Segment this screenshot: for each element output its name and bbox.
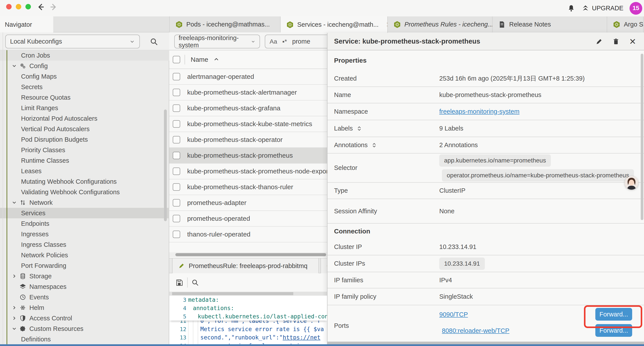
row-checkbox[interactable] bbox=[173, 168, 180, 175]
select-all-checkbox[interactable] bbox=[173, 56, 180, 63]
sidebar-item-events[interactable]: Events bbox=[0, 292, 169, 303]
sidebar-item-endpoints[interactable]: Endpoints bbox=[0, 218, 169, 229]
close-window-button[interactable] bbox=[6, 4, 12, 9]
horizontal-scrollbar-thumb[interactable] bbox=[175, 253, 326, 256]
horizontal-scrollbar[interactable] bbox=[169, 252, 327, 257]
sidebar-item-config-maps[interactable]: Config Maps bbox=[0, 71, 169, 82]
tab-prometheus-rules-icecheng[interactable]: Prometheus Rules - icecheng... bbox=[388, 16, 492, 32]
sidebar-item-validating-webhook-configurations[interactable]: Validating Webhook Configurations bbox=[0, 187, 169, 197]
sidebar-item-namespaces[interactable]: Namespaces bbox=[0, 281, 169, 292]
row-checkbox[interactable] bbox=[173, 215, 180, 222]
table-row[interactable]: kube-prometheus-stack-kube-state-metrics bbox=[169, 116, 327, 132]
editor-overview-strip[interactable] bbox=[169, 292, 327, 296]
kubeconfig-select[interactable]: Local Kubeconfigs bbox=[5, 34, 140, 48]
notification-badge[interactable]: 15 bbox=[630, 2, 642, 15]
sort-updown-icon[interactable] bbox=[371, 142, 377, 148]
yaml-editor[interactable]: 3metadata:4annotations:5kubectl.kubernet… bbox=[169, 296, 327, 344]
table-row[interactable]: prometheus-adapter bbox=[169, 195, 327, 211]
sidebar-item-helm[interactable]: Helm bbox=[0, 303, 169, 313]
namespace-link[interactable]: freeleaps-monitoring-system bbox=[439, 108, 520, 115]
table-row[interactable]: alertmanager-operated bbox=[169, 69, 327, 85]
chevron-right-icon[interactable] bbox=[10, 305, 18, 311]
chevron-down-icon[interactable] bbox=[10, 200, 18, 205]
sidebar-item-port-forwarding[interactable]: Port Forwarding bbox=[0, 260, 169, 271]
panel-scrollbar[interactable] bbox=[641, 54, 643, 220]
sidebar-item-definitions[interactable]: Definitions bbox=[0, 334, 169, 344]
sort-updown-icon[interactable] bbox=[356, 125, 362, 132]
chevron-right-icon[interactable] bbox=[10, 315, 18, 321]
edit-icon[interactable] bbox=[595, 38, 603, 45]
table-row[interactable]: thanos-ruler-operated bbox=[169, 227, 327, 242]
save-icon[interactable] bbox=[175, 279, 183, 287]
sidebar-item-storage[interactable]: Storage bbox=[0, 271, 169, 281]
editor-tab-next[interactable] bbox=[320, 258, 327, 273]
tab-navigator[interactable]: Navigator bbox=[0, 16, 53, 33]
code-link[interactable]: https://net bbox=[283, 334, 320, 341]
editor-overview-thumb[interactable] bbox=[172, 292, 293, 295]
back-icon[interactable] bbox=[36, 3, 45, 11]
sidebar-item-access-control[interactable]: Access Control bbox=[0, 313, 169, 324]
sidebar-item-limit-ranges[interactable]: Limit Ranges bbox=[0, 103, 169, 113]
sidebar-item-leases[interactable]: Leases bbox=[0, 166, 169, 176]
sidebar-item-resource-quotas[interactable]: Resource Quotas bbox=[0, 92, 169, 103]
sidebar-item-vertical-pod-autoscalers[interactable]: Vertical Pod Autoscalers bbox=[0, 124, 169, 134]
name-column-header[interactable]: Name bbox=[191, 56, 208, 63]
table-row[interactable]: kube-prometheus-stack-prometheus bbox=[169, 148, 327, 164]
editor-search-icon[interactable] bbox=[191, 279, 199, 287]
delete-icon[interactable] bbox=[612, 38, 620, 45]
sidebar-scrollbar[interactable] bbox=[164, 109, 167, 221]
upgrade-button[interactable]: UPGRADE bbox=[582, 4, 624, 12]
avatar[interactable] bbox=[625, 176, 638, 190]
maximize-window-button[interactable] bbox=[26, 4, 31, 9]
sidebar-item-config[interactable]: Config bbox=[0, 61, 169, 71]
name-filter-input[interactable]: Aa ▪* prome bbox=[265, 34, 327, 48]
row-checkbox[interactable] bbox=[173, 199, 180, 207]
editor-tab-prometheusrule[interactable]: PrometheusRule: freeleaps-prod-rabbitmq bbox=[172, 258, 319, 273]
row-checkbox[interactable] bbox=[173, 104, 180, 112]
panel-bottom-scroll-track[interactable] bbox=[327, 342, 644, 344]
sidebar-item-network-policies[interactable]: Network Policies bbox=[0, 250, 169, 260]
tab-services-icecheng-math[interactable]: Services - icecheng@math...✕ bbox=[280, 16, 388, 33]
regex-icon[interactable]: ▪* bbox=[282, 38, 287, 45]
forward-icon[interactable] bbox=[49, 3, 58, 11]
search-icon[interactable] bbox=[150, 37, 158, 46]
close-tab-icon[interactable]: ✕ bbox=[386, 21, 388, 28]
row-checkbox[interactable] bbox=[173, 120, 180, 128]
sidebar-item-services[interactable]: Services bbox=[0, 208, 169, 218]
sidebar-item-cron-jobs[interactable]: Cron Jobs bbox=[0, 50, 169, 61]
sidebar-item-ingress-classes[interactable]: Ingress Classes bbox=[0, 239, 169, 250]
port-link[interactable]: 9090/TCP bbox=[439, 311, 468, 318]
sidebar-item-runtime-classes[interactable]: Runtime Classes bbox=[0, 155, 169, 166]
close-icon[interactable]: ✕ bbox=[629, 37, 636, 46]
row-checkbox[interactable] bbox=[173, 136, 180, 143]
bell-icon[interactable] bbox=[567, 4, 576, 13]
sidebar-item-secrets[interactable]: Secrets bbox=[0, 82, 169, 92]
tab-argo-se[interactable]: Argo Se bbox=[607, 16, 644, 32]
tab-pods-icecheng-mathmas[interactable]: Pods - icecheng@mathmas... bbox=[170, 16, 280, 32]
sidebar-item-network[interactable]: Network bbox=[0, 197, 169, 208]
sort-asc-icon[interactable] bbox=[213, 56, 220, 63]
chevron-right-icon[interactable] bbox=[10, 273, 18, 279]
row-checkbox[interactable] bbox=[173, 183, 180, 191]
tab-release-notes[interactable]: Release Notes bbox=[492, 16, 607, 32]
table-row[interactable]: prometheus-operated bbox=[169, 211, 327, 227]
row-checkbox[interactable] bbox=[173, 152, 180, 159]
table-row[interactable]: kube-prometheus-stack-thanos-ruler bbox=[169, 179, 327, 195]
chevron-down-icon[interactable] bbox=[10, 63, 18, 69]
row-checkbox[interactable] bbox=[173, 89, 180, 96]
table-row[interactable]: kube-prometheus-stack-grafana bbox=[169, 100, 327, 116]
port-link[interactable]: 8080:reloader-web/TCP bbox=[442, 327, 510, 335]
table-row[interactable]: kube-prometheus-stack-prometheus-node-ex… bbox=[169, 164, 327, 179]
match-case-icon[interactable]: Aa bbox=[270, 38, 277, 45]
namespace-select[interactable]: freeleaps-monitoring-system bbox=[174, 34, 260, 48]
table-row[interactable]: kube-prometheus-stack-operator bbox=[169, 132, 327, 148]
sidebar-item-horizontal-pod-autoscalers[interactable]: Horizontal Pod Autoscalers bbox=[0, 113, 169, 124]
sidebar-item-custom-resources[interactable]: Custom Resources bbox=[0, 324, 169, 334]
sidebar-item-pod-disruption-budgets[interactable]: Pod Disruption Budgets bbox=[0, 134, 169, 145]
chevron-down-icon[interactable] bbox=[10, 326, 18, 332]
row-checkbox[interactable] bbox=[173, 231, 180, 238]
table-row[interactable]: kube-prometheus-stack-alertmanager bbox=[169, 85, 327, 100]
row-checkbox[interactable] bbox=[173, 73, 180, 80]
minimize-window-button[interactable] bbox=[16, 4, 21, 9]
sidebar-item-ingresses[interactable]: Ingresses bbox=[0, 229, 169, 239]
